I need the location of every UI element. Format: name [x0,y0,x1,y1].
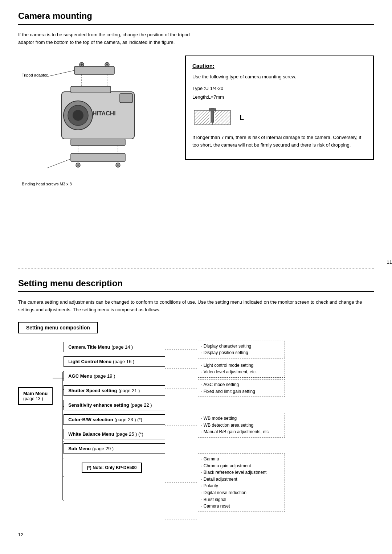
dots-camera-title [165,343,198,356]
svg-rect-5 [120,94,132,103]
menu-items-column: Camera Title Menu (page 14 ) Light Contr… [64,341,165,473]
camera-mounting-title: Camera mounting [18,11,374,25]
sub-row-shutter [165,398,285,411]
camera-mounting-section: Camera mounting If the camera is to be s… [0,0,392,268]
composition-box: Setting menu composition [18,322,98,333]
sub-items-wb: · Gamma· Chroma gain adjustment· Black r… [198,454,285,512]
dots-agc [165,382,198,395]
setting-menu-title: Setting menu description [18,278,374,292]
svg-point-3 [73,110,83,121]
main-menu-label: Main Menu [23,391,48,396]
binding-label: Binding head screws M3 x 8 [22,182,72,186]
sub-items-area: · Display character setting· Display pos… [165,341,285,526]
svg-rect-7 [71,139,125,145]
menu-item-camera-title: Camera Title Menu (page 14 ) [64,342,165,352]
menu-item-wb-label: White Balance Menu [68,431,114,437]
sub-items-camera-title: · Display character setting· Display pos… [198,341,285,358]
sub-row-sub [165,513,285,526]
main-menu-page: (page 13 ) [23,396,48,401]
sub-items-agc: · AGC mode setting· Fixed and limit gain… [198,379,285,397]
length-label: Length:L=7mm [192,93,367,101]
sub-row-agc: · AGC mode setting· Fixed and limit gain… [165,379,285,397]
camera-mounting-intro: If the camera is to be suspended from th… [18,31,192,46]
sub-row-light: · Light control mode setting· Video leve… [165,360,285,378]
menu-item-sub: Sub Menu (page 29 ) [64,443,165,454]
setting-menu-section: Setting menu description The camera sett… [0,269,392,548]
page-number-bottom: 12 [18,532,374,537]
svg-line-27 [47,159,71,168]
setting-menu-intro: The camera setting and adjustments can b… [18,299,374,314]
menu-item-shutter: Shutter Speed setting (page 21 ) [64,385,165,396]
menu-row-sub: Sub Menu (page 29 ) [64,442,165,455]
menu-row-light: Light Control Menu (page 16 ) [64,355,165,368]
sub-row-color-bw [165,439,285,452]
page-number-top: 11 [387,259,392,265]
menu-row-sensitivity: Sensitivity enhance setting (page 22 ) [64,399,165,412]
menu-item-light: Light Control Menu (page 16 ) [64,356,165,367]
camera-content-area: Tripod adaptor HITACHI [18,56,374,208]
menu-full-diagram: Main Menu (page 13 ) [18,341,374,526]
caution-title: Caution: [192,63,367,69]
main-menu-box: Main Menu (page 13 ) [18,387,53,405]
caution-box: Caution: Use the following type of camer… [185,56,374,160]
dots-color-bw [165,439,198,452]
svg-rect-8 [74,66,114,74]
dots-sensitivity [165,414,198,436]
sub-row-wb: · Gamma· Chroma gain adjustment· Black r… [165,454,285,512]
menu-item-color-bw: Color-B/W selection (page 23 ) (*) [64,414,165,425]
menu-item-agc: AGC Menu (page 19 ) [64,371,165,381]
menu-item-shutter-label: Shutter Speed setting [68,388,117,393]
dots-shutter [165,398,198,411]
menu-item-sensitivity: Sensitivity enhance setting (page 22 ) [64,400,165,410]
screw-diagram-row: L [192,107,367,128]
menu-item-color-bw-label: Color-B/W selection [68,417,113,422]
main-menu-container: Main Menu (page 13 ) [18,365,53,405]
dots-light [165,362,198,375]
screw-info: Type :U 1/4-20 Length:L=7mm [192,84,367,101]
svg-line-26 [47,70,74,77]
menu-row-shutter: Shutter Speed setting (page 21 ) [64,384,165,397]
svg-rect-4 [71,86,111,93]
connector-svg [53,365,64,510]
page: Camera mounting If the camera is to be s… [0,0,392,548]
svg-rect-34 [209,108,216,111]
menu-row-wb: White Balance Menu (page 25 ) (*) [64,428,165,441]
sub-row-camera-title: · Display character setting· Display pos… [165,341,285,358]
menu-item-agc-label: AGC Menu [68,373,92,379]
menu-item-sub-label: Sub Menu [68,446,91,451]
menu-item-camera-title-label: Camera Title Menu [68,344,110,350]
svg-text:HITACHI: HITACHI [93,110,116,116]
type-label: Type :U 1/4-20 [192,84,367,93]
screw-diagram-svg [192,107,232,128]
caution-text1: Use the following type of camera mountin… [192,73,367,81]
sub-row-sensitivity: · WB mode setting· WB detection area set… [165,413,285,438]
caution-warning: If longer than 7 mm, there is risk of in… [192,134,367,149]
menu-item-wb: White Balance Menu (page 25 ) (*) [64,429,165,439]
menu-row-camera-title: Camera Title Menu (page 14 ) [64,341,165,354]
tripod-label: Tripod adaptor [22,73,48,77]
sub-items-sensitivity: · WB mode setting· WB detection area set… [198,413,285,438]
menu-row-agc: AGC Menu (page 19 ) [64,370,165,383]
screw-letter: L [240,114,244,122]
note-box: (*) Note: Only KP-DE500 [82,463,142,473]
dots-wb [165,476,198,489]
dots-sub [165,513,198,526]
sub-items-light: · Light control mode setting· Video leve… [198,360,285,378]
camera-diagram: Tripod adaptor HITACHI [18,56,171,208]
menu-item-light-label: Light Control Menu [68,359,111,364]
menu-item-sensitivity-label: Sensitivity enhance setting [68,402,129,408]
menu-row-color-bw: Color-B/W selection (page 23 ) (*) [64,413,165,426]
note-area: (*) Note: Only KP-DE500 [64,460,165,473]
svg-rect-17 [71,153,125,161]
